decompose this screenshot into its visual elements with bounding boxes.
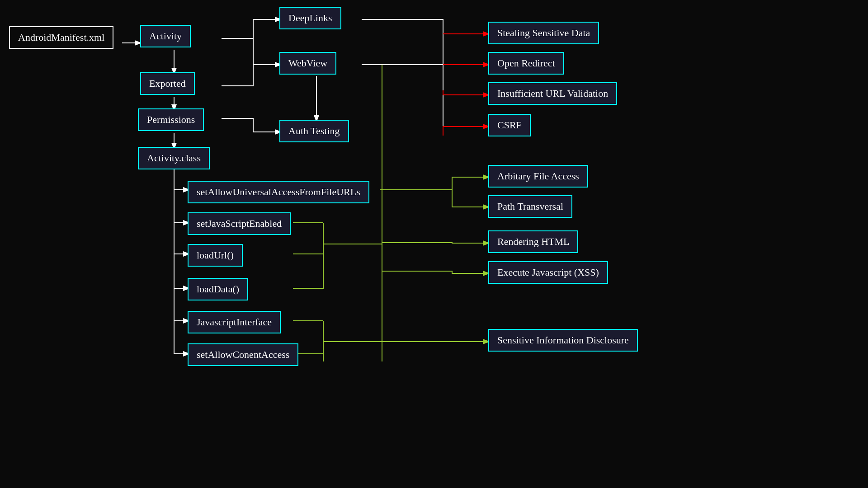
deeplinks-node: DeepLinks bbox=[279, 7, 341, 29]
set-javascript-enabled-node: setJavaScriptEnabled bbox=[188, 212, 291, 235]
set-allow-universal-node: setAllowUniversalAccessFromFileURLs bbox=[188, 181, 369, 203]
webview-node: WebView bbox=[279, 52, 336, 75]
auth-testing-node: Auth Testing bbox=[279, 120, 349, 142]
execute-javascript-node: Execute Javascript (XSS) bbox=[488, 261, 608, 284]
open-redirect-node: Open Redirect bbox=[488, 52, 564, 75]
exported-node: Exported bbox=[140, 72, 195, 95]
sensitive-info-disclosure-node: Sensitive Information Disclosure bbox=[488, 329, 638, 352]
load-url-node: loadUrl() bbox=[188, 244, 243, 267]
load-data-node: loadData() bbox=[188, 278, 248, 300]
diagram: AndroidManifest.xml Activity Exported Pe… bbox=[0, 0, 868, 488]
csrf-node: CSRF bbox=[488, 114, 531, 136]
activity-class-node: Activity.class bbox=[138, 147, 210, 169]
set-allow-content-node: setAllowConentAccess bbox=[188, 343, 298, 366]
insufficient-url-node: Insufficient URL Validation bbox=[488, 82, 617, 105]
path-transversal-node: Path Transversal bbox=[488, 195, 572, 218]
android-manifest-node: AndroidManifest.xml bbox=[9, 26, 113, 49]
connection-lines bbox=[0, 0, 868, 488]
rendering-html-node: Rendering HTML bbox=[488, 230, 578, 253]
arbitrary-file-access-node: Arbitary File Access bbox=[488, 165, 588, 188]
activity-node: Activity bbox=[140, 25, 191, 47]
permissions-node: Permissions bbox=[138, 108, 204, 131]
javascript-interface-node: JavascriptInterface bbox=[188, 311, 281, 333]
stealing-sensitive-data-node: Stealing Sensitive Data bbox=[488, 22, 599, 44]
